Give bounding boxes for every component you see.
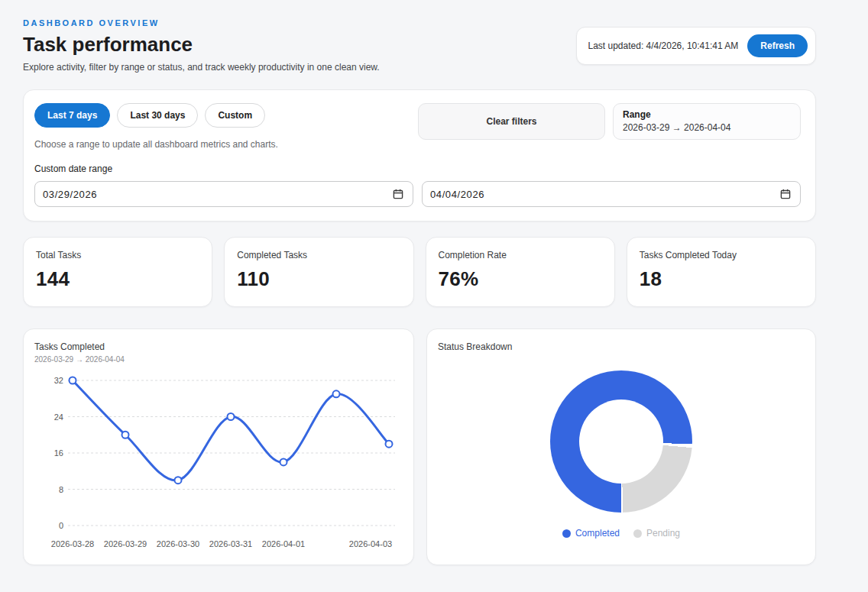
end-date-value: 04/04/2026 <box>430 189 484 200</box>
legend-dot-completed <box>562 529 571 538</box>
svg-text:2026-03-30: 2026-03-30 <box>157 539 199 548</box>
charts-row: Tasks Completed 2026-03-29 → 2026-04-04 … <box>23 328 816 565</box>
stat-label: Completed Tasks <box>237 250 400 260</box>
range-summary: Range 2026-03-29 → 2026-04-04 <box>613 103 801 140</box>
svg-text:2026-03-31: 2026-03-31 <box>209 539 252 548</box>
header-text: DASHBOARD OVERVIEW Task performance Expl… <box>23 18 380 73</box>
donut-hole <box>579 400 663 484</box>
last-updated-text: Last updated: 4/4/2026, 10:41:41 AM <box>588 40 738 51</box>
refresh-button[interactable]: Refresh <box>747 34 808 57</box>
stat-label: Completion Rate <box>439 250 602 260</box>
legend-dot-pending <box>633 529 642 538</box>
donut-wrap: Completed Pending <box>438 370 805 539</box>
donut-ring <box>550 370 692 513</box>
preset-pills: Last 7 days Last 30 days Custom <box>34 103 278 128</box>
filter-hint: Choose a range to update all dashboard m… <box>34 139 278 150</box>
line-chart-title: Tasks Completed <box>34 341 403 352</box>
eyebrow: DASHBOARD OVERVIEW <box>23 18 380 27</box>
stat-label: Total Tasks <box>36 250 199 260</box>
svg-text:2026-03-28: 2026-03-28 <box>51 539 94 548</box>
svg-text:2026-03-29: 2026-03-29 <box>104 539 147 548</box>
custom-date-range-label: Custom date range <box>34 163 801 174</box>
stat-value: 110 <box>237 267 400 291</box>
calendar-icon[interactable] <box>779 187 792 201</box>
svg-text:32: 32 <box>54 376 63 385</box>
stat-card-completed-tasks: Completed Tasks 110 <box>224 237 413 307</box>
svg-text:16: 16 <box>54 448 63 458</box>
page-subtitle: Explore activity, filter by range or sta… <box>23 62 380 73</box>
legend-item-pending[interactable]: Pending <box>633 528 680 539</box>
preset-custom[interactable]: Custom <box>205 103 265 128</box>
filter-right-group: Clear filters Range 2026-03-29 → 2026-04… <box>418 103 801 150</box>
svg-text:2026-04-01: 2026-04-01 <box>262 539 305 548</box>
stat-card-total-tasks: Total Tasks 144 <box>23 237 212 307</box>
dashboard-page: DASHBOARD OVERVIEW Task performance Expl… <box>23 0 816 565</box>
preset-last-7-days[interactable]: Last 7 days <box>34 103 110 128</box>
date-row: 03/29/2026 04/04/2026 <box>34 181 801 207</box>
svg-text:0: 0 <box>59 521 63 530</box>
page-title: Task performance <box>23 33 380 57</box>
start-date-value: 03/29/2026 <box>43 189 97 200</box>
line-chart-subtitle: 2026-03-29 → 2026-04-04 <box>34 355 403 364</box>
preset-last-30-days[interactable]: Last 30 days <box>117 103 198 128</box>
stat-value: 18 <box>640 267 803 291</box>
donut-chart-title: Status Breakdown <box>438 341 805 352</box>
stats-row: Total Tasks 144 Completed Tasks 110 Comp… <box>23 237 816 307</box>
start-date-input[interactable]: 03/29/2026 <box>34 181 413 207</box>
stat-label: Tasks Completed Today <box>640 250 803 260</box>
stat-value: 76% <box>439 267 602 291</box>
donut-legend: Completed Pending <box>562 528 680 539</box>
filter-top-row: Last 7 days Last 30 days Custom Choose a… <box>34 103 801 150</box>
end-date-input[interactable]: 04/04/2026 <box>422 181 801 207</box>
last-updated-card: Last updated: 4/4/2026, 10:41:41 AM Refr… <box>576 27 816 65</box>
legend-label-completed: Completed <box>575 528 620 539</box>
stat-card-completion-rate: Completion Rate 76% <box>426 237 615 307</box>
legend-item-completed[interactable]: Completed <box>562 528 620 539</box>
svg-text:8: 8 <box>59 485 63 494</box>
clear-filters-button[interactable]: Clear filters <box>418 103 605 140</box>
legend-label-pending: Pending <box>646 528 680 539</box>
line-chart-card: Tasks Completed 2026-03-29 → 2026-04-04 … <box>23 328 414 565</box>
range-value: 2026-03-29 → 2026-04-04 <box>623 122 791 133</box>
line-chart-svg: 081624322026-03-282026-03-292026-03-3020… <box>34 368 403 553</box>
filter-presets-group: Last 7 days Last 30 days Custom Choose a… <box>34 103 278 150</box>
donut-chart-card: Status Breakdown Completed Pending <box>426 328 816 565</box>
svg-text:2026-04-03: 2026-04-03 <box>349 539 392 548</box>
range-title: Range <box>623 109 791 120</box>
stat-value: 144 <box>36 267 199 291</box>
page-header: DASHBOARD OVERVIEW Task performance Expl… <box>23 18 816 73</box>
svg-text:24: 24 <box>54 412 63 422</box>
calendar-icon[interactable] <box>391 187 405 201</box>
stat-card-tasks-completed-today: Tasks Completed Today 18 <box>627 237 816 307</box>
filter-card: Last 7 days Last 30 days Custom Choose a… <box>23 89 816 222</box>
